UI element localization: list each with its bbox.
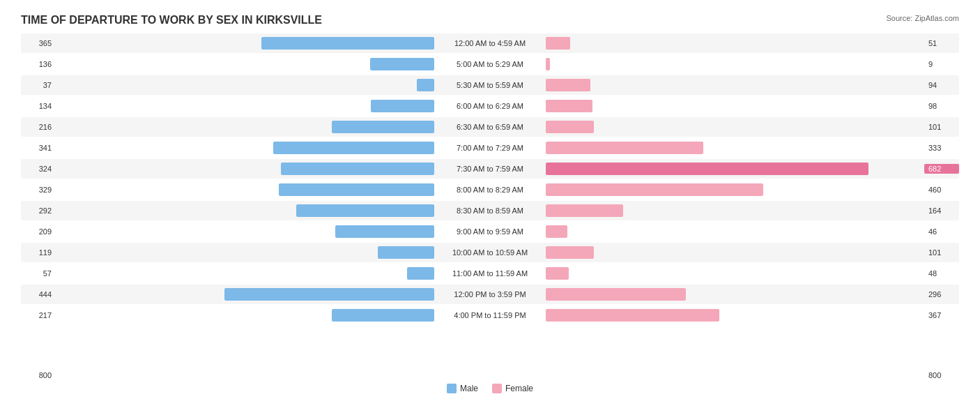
left-value: 134 (21, 102, 56, 110)
time-label: 12:00 PM to 3:59 PM (434, 290, 546, 299)
chart-row: 134 6:00 AM to 6:29 AM 98 (21, 96, 959, 116)
chart-container: TIME OF DEPARTURE TO WORK BY SEX IN KIRK… (0, 0, 980, 415)
axis-left: 800 (21, 371, 56, 379)
left-value: 57 (21, 269, 56, 278)
left-bar-container (56, 246, 434, 259)
right-value: 46 (924, 227, 959, 236)
left-bar-container (56, 37, 434, 50)
legend: Male Female (21, 384, 959, 393)
right-value: 94 (924, 81, 959, 89)
chart-row: 444 12:00 PM to 3:59 PM 296 (21, 285, 959, 304)
female-bar (546, 37, 570, 50)
chart-row: 341 7:00 AM to 7:29 AM 333 (21, 138, 959, 158)
time-label: 6:30 AM to 6:59 AM (434, 123, 546, 131)
male-bar (279, 183, 434, 196)
time-label: 11:00 AM to 11:59 AM (434, 269, 546, 278)
left-bar-container (56, 58, 434, 70)
left-value: 341 (21, 144, 56, 152)
right-bar-container (546, 100, 924, 112)
female-bar (546, 142, 703, 154)
female-bar (546, 309, 719, 322)
chart-title: TIME OF DEPARTURE TO WORK BY SEX IN KIRK… (21, 14, 959, 27)
chart-row: 37 5:30 AM to 5:59 AM 94 (21, 75, 959, 95)
male-bar (378, 246, 434, 259)
chart-row: 292 8:30 AM to 8:59 AM 164 (21, 201, 959, 220)
time-label: 9:00 AM to 9:59 AM (434, 227, 546, 236)
chart-area: 365 12:00 AM to 4:59 AM 51 136 5:00 AM t… (21, 33, 959, 368)
right-bar-container (546, 121, 924, 133)
left-value: 217 (21, 311, 56, 319)
female-bar (546, 121, 594, 133)
left-bar-container (56, 267, 434, 280)
legend-female-label: Female (505, 384, 533, 393)
time-label: 10:00 AM to 10:59 AM (434, 248, 546, 257)
right-value: 333 (924, 144, 959, 152)
female-bar (546, 246, 594, 259)
left-bar-container (56, 183, 434, 196)
legend-male: Male (447, 384, 478, 393)
legend-male-box (447, 384, 457, 393)
male-bar (261, 37, 434, 50)
right-value: 460 (924, 186, 959, 194)
right-bar-container (546, 309, 924, 322)
axis-row: 800 800 (21, 371, 959, 379)
female-bar (546, 163, 868, 175)
time-label: 4:00 PM to 11:59 PM (434, 311, 546, 319)
left-value: 119 (21, 248, 56, 257)
time-label: 6:00 AM to 6:29 AM (434, 102, 546, 110)
left-bar-container (56, 309, 434, 322)
right-value: 296 (924, 290, 959, 299)
female-bar (546, 225, 567, 238)
female-bar (546, 58, 550, 70)
source-text: Source: ZipAtlas.com (886, 14, 959, 22)
left-value: 444 (21, 290, 56, 299)
chart-row: 209 9:00 AM to 9:59 AM 46 (21, 222, 959, 241)
male-bar (371, 100, 434, 112)
right-bar-container (546, 288, 924, 301)
time-label: 8:30 AM to 8:59 AM (434, 206, 546, 215)
left-bar-container (56, 163, 434, 175)
legend-female-box (492, 384, 502, 393)
female-bar (546, 100, 592, 112)
time-label: 12:00 AM to 4:59 AM (434, 39, 546, 47)
left-value: 136 (21, 60, 56, 68)
male-bar (296, 204, 434, 217)
left-bar-container (56, 79, 434, 91)
left-bar-container (56, 142, 434, 154)
left-bar-container (56, 225, 434, 238)
right-bar-container (546, 142, 924, 154)
right-bar-container (546, 204, 924, 217)
male-bar (335, 225, 434, 238)
right-bar-container (546, 183, 924, 196)
male-bar (370, 58, 434, 70)
female-bar (546, 183, 763, 196)
right-bar-container (546, 225, 924, 238)
male-bar (332, 309, 434, 322)
time-label: 5:30 AM to 5:59 AM (434, 81, 546, 89)
chart-row: 216 6:30 AM to 6:59 AM 101 (21, 117, 959, 137)
female-bar (546, 204, 623, 217)
chart-row: 57 11:00 AM to 11:59 AM 48 (21, 264, 959, 283)
legend-male-label: Male (460, 384, 478, 393)
chart-row: 119 10:00 AM to 10:59 AM 101 (21, 243, 959, 262)
right-value: 101 (924, 248, 959, 257)
time-label: 5:00 AM to 5:29 AM (434, 60, 546, 68)
right-bar-container (546, 267, 924, 280)
left-value: 365 (21, 39, 56, 47)
chart-row: 136 5:00 AM to 5:29 AM 9 (21, 54, 959, 74)
left-value: 37 (21, 81, 56, 89)
time-label: 7:30 AM to 7:59 AM (434, 165, 546, 173)
female-bar (546, 267, 569, 280)
right-bar-container (546, 58, 924, 70)
time-label: 7:00 AM to 7:29 AM (434, 144, 546, 152)
right-value: 48 (924, 269, 959, 278)
chart-row: 324 7:30 AM to 7:59 AM 682 (21, 159, 959, 179)
left-value: 329 (21, 186, 56, 194)
left-bar-container (56, 288, 434, 301)
right-value: 9 (924, 60, 959, 68)
male-bar (417, 79, 434, 91)
chart-row: 329 8:00 AM to 8:29 AM 460 (21, 180, 959, 199)
right-value: 51 (924, 39, 959, 47)
left-value: 216 (21, 123, 56, 131)
time-label: 8:00 AM to 8:29 AM (434, 186, 546, 194)
